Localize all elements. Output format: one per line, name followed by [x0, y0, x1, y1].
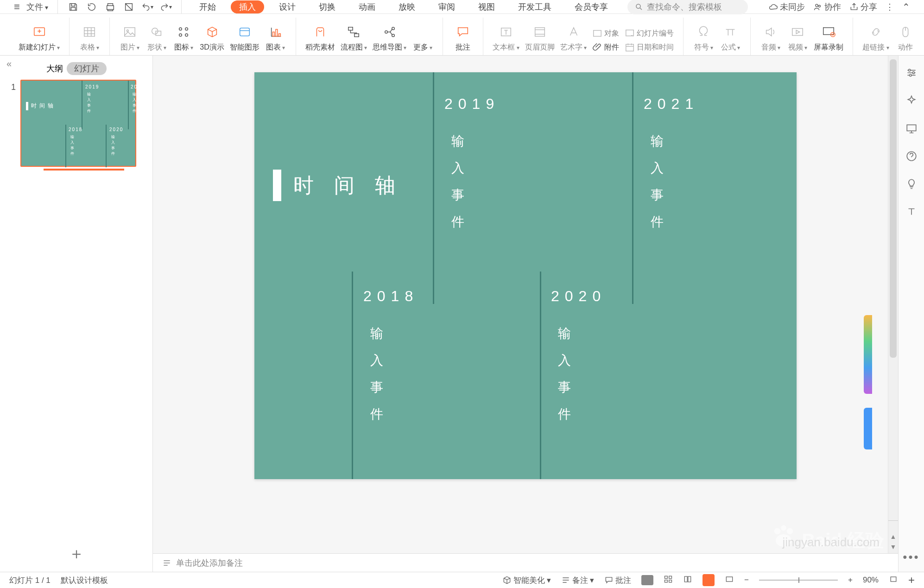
shape-button[interactable]: 形状 [143, 24, 170, 55]
collab-button[interactable]: 协作 [813, 1, 841, 13]
docer-button[interactable]: 稻壳素材 [303, 24, 338, 55]
mindmap-button[interactable]: 思维导图 [370, 24, 409, 55]
file-menu[interactable]: 文件 [26, 1, 48, 13]
canvas-scroll[interactable]: 时间轴 2019 2021 输入事件 输入事件 2018 2020 输入事件 输… [153, 56, 898, 553]
smart-beautify-button[interactable]: 智能美化 ▾ [502, 575, 551, 586]
zoom-out-button[interactable]: − [744, 575, 749, 585]
print-icon[interactable] [104, 1, 116, 13]
wordart-button[interactable]: 艺术字 [557, 24, 589, 55]
redo-icon[interactable]: ▾ [160, 1, 172, 13]
table-button[interactable]: 表格 [76, 24, 103, 55]
more-button[interactable]: 更多 [409, 24, 436, 55]
reading-view-button[interactable] [683, 575, 692, 586]
action-button[interactable]: 动作 [892, 24, 919, 55]
datetime-button[interactable]: 日期和时间 [625, 42, 674, 52]
comment-toggle[interactable]: 批注 [604, 575, 631, 586]
app-menu-icon[interactable]: ≡ [14, 1, 20, 13]
year-label[interactable]: 2020 [551, 288, 606, 305]
magic-icon[interactable] [905, 95, 918, 108]
header-footer-icon [532, 24, 548, 40]
help-icon[interactable] [905, 150, 918, 164]
add-slide-button[interactable]: ＋ [69, 543, 84, 564]
collapse-ribbon-icon[interactable]: ⌃ [902, 1, 910, 13]
symbol-button[interactable]: 符号 [690, 24, 717, 55]
3d-demo-button[interactable]: 3D演示 [197, 24, 227, 55]
notes-toggle[interactable]: 备注 ▾ [561, 575, 594, 586]
vertical-scrollbar[interactable]: ▲▼ [888, 56, 898, 553]
svg-point-11 [179, 34, 182, 37]
save-icon[interactable] [67, 1, 79, 13]
icon-button[interactable]: 图标 [170, 24, 197, 55]
slide-thumbnail[interactable]: 时间轴 2019 2021 2018 2020 输入事件 输入事件 输入事件 输… [20, 80, 136, 167]
year-label[interactable]: 2019 [444, 95, 500, 113]
template-name[interactable]: 默认设计模板 [61, 575, 108, 586]
chart-button[interactable]: 图表 [262, 24, 289, 55]
hyperlink-button[interactable]: 超链接 [860, 24, 892, 55]
add-button[interactable]: + [908, 574, 915, 587]
year-label[interactable]: 2018 [363, 288, 418, 305]
present-icon[interactable] [905, 122, 918, 136]
formula-button[interactable]: 公式 [717, 24, 744, 55]
sync-status[interactable]: 未同步 [769, 1, 805, 13]
zoom-in-button[interactable]: + [848, 575, 853, 585]
prev-slide-icon[interactable]: ▲ [890, 533, 897, 540]
share-button[interactable]: 分享 [849, 1, 877, 13]
settings-slider-icon[interactable] [905, 67, 918, 81]
command-search[interactable]: 查找命令、搜索模板 [627, 0, 748, 14]
zoom-value[interactable]: 90% [863, 575, 879, 585]
attachment-button[interactable]: 附件 [592, 42, 619, 52]
tab-transition[interactable]: 切换 [310, 0, 344, 13]
slideshow-button[interactable] [702, 574, 715, 586]
reload-icon[interactable] [86, 1, 98, 13]
zoom-reset-button[interactable] [889, 575, 898, 586]
tab-devtools[interactable]: 开发工具 [510, 0, 560, 13]
bulb-icon[interactable] [905, 178, 918, 192]
tab-review[interactable]: 审阅 [430, 0, 463, 13]
print-preview-icon[interactable] [123, 1, 135, 13]
event-text[interactable]: 输入事件 [558, 320, 571, 428]
screen-record-button[interactable]: 屏幕录制 [811, 24, 846, 55]
tab-view[interactable]: 视图 [470, 0, 503, 13]
event-text[interactable]: 输入事件 [370, 320, 383, 428]
tab-design[interactable]: 设计 [271, 0, 304, 13]
normal-view-button[interactable] [641, 575, 653, 585]
tab-animation[interactable]: 动画 [350, 0, 384, 13]
flowchart-button[interactable]: 流程图 [338, 24, 370, 55]
tab-member[interactable]: 会员专享 [566, 0, 616, 13]
comment-button[interactable]: 批注 [449, 24, 476, 55]
more-tools-icon[interactable]: ••• [903, 550, 919, 564]
object-button[interactable]: 对象 [592, 28, 619, 38]
slide-canvas[interactable]: 时间轴 2019 2021 输入事件 输入事件 2018 2020 输入事件 输… [254, 72, 797, 479]
smart-graphic-button[interactable]: 智能图形 [227, 24, 262, 55]
tab-start[interactable]: 开始 [191, 0, 224, 13]
next-slide-icon[interactable]: ▼ [890, 543, 897, 550]
fit-to-window-button[interactable] [725, 575, 734, 586]
more-icon[interactable]: ⋮ [886, 2, 894, 12]
video-button[interactable]: 视频 [784, 24, 811, 55]
sorter-view-button[interactable] [664, 575, 673, 586]
text-tool-icon[interactable] [905, 206, 918, 220]
tab-insert[interactable]: 插入 [231, 0, 264, 13]
outline-tab[interactable]: 大纲 [46, 63, 63, 74]
year-label[interactable]: 2021 [644, 95, 699, 113]
side-tool-tab-blue[interactable] [864, 408, 872, 449]
notes-pane[interactable]: 单击此处添加备注 [153, 553, 898, 572]
picture-button[interactable]: 图片 [116, 24, 143, 55]
textbox-button[interactable]: 文本框 [490, 24, 522, 55]
tab-slideshow[interactable]: 放映 [390, 0, 424, 13]
scrollbar-thumb[interactable] [890, 59, 897, 358]
panel-collapse-icon[interactable]: « [6, 58, 12, 69]
slide-thumbnail-row[interactable]: 1 时间轴 2019 2021 2018 2020 输入事件 输入事件 输入事件… [0, 80, 152, 171]
slide-title[interactable]: 时间轴 [273, 170, 416, 201]
zoom-slider[interactable] [759, 580, 838, 581]
header-footer-button[interactable]: 页眉页脚 [522, 24, 557, 55]
undo-icon[interactable]: ▾ [141, 1, 153, 13]
screen-record-icon [821, 24, 836, 40]
new-slide-button[interactable]: 新建幻灯片 [16, 24, 63, 55]
audio-button[interactable]: 音频 [757, 24, 784, 55]
event-text[interactable]: 输入事件 [451, 128, 464, 235]
slide-number-button[interactable]: 幻灯片编号 [625, 28, 674, 38]
slides-tab[interactable]: 幻灯片 [67, 62, 107, 75]
event-text[interactable]: 输入事件 [651, 128, 664, 235]
side-tool-tab-rainbow[interactable] [864, 315, 872, 394]
